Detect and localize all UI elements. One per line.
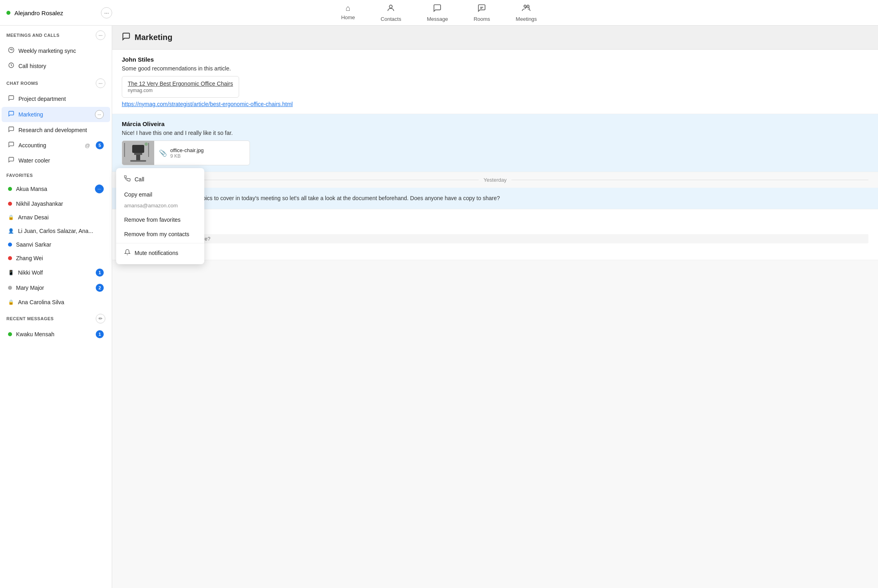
favorites-section: FAVORITES xyxy=(0,168,112,181)
sidebar-item-li-juan[interactable]: 👤 Li Juan, Carlos Salazar, Ana... xyxy=(2,225,110,237)
message-sender-marcia: Márcia Oliveira xyxy=(122,120,868,127)
marketing-label: Marketing xyxy=(18,111,91,118)
home-icon: ⌂ xyxy=(346,4,350,13)
nav-message[interactable]: Message xyxy=(422,0,453,25)
sidebar-item-ana-carolina[interactable]: 🔒 Ana Carolina Silva xyxy=(2,296,110,309)
sidebar-item-mary-major[interactable]: Mary Major 2 xyxy=(2,281,110,295)
sidebar-item-water-cooler[interactable]: Water cooler xyxy=(2,153,110,168)
marketing-action-button[interactable]: ··· xyxy=(95,110,104,119)
context-menu-divider xyxy=(116,243,204,243)
user-status-dot xyxy=(6,11,10,15)
attachment-name: office-chair.jpg xyxy=(170,147,204,153)
meetings-section-title: MEETINGS AND CALLS xyxy=(6,33,60,38)
svg-point-0 xyxy=(389,5,392,8)
svg-rect-6 xyxy=(132,145,144,153)
message-block-marcia: Márcia Oliveira Nice! I have this one an… xyxy=(112,114,878,172)
message-reply-label: In reply to message: xyxy=(122,224,868,233)
context-menu-call[interactable]: Call xyxy=(116,171,204,187)
sidebar-item-arnav[interactable]: 🔒 Arnav Desai xyxy=(2,211,110,224)
kwaku-badge: 1 xyxy=(96,330,104,338)
nav-contacts[interactable]: Contacts xyxy=(376,0,406,25)
meetings-section-menu[interactable]: ··· xyxy=(96,30,105,40)
nav-home[interactable]: ⌂ Home xyxy=(336,0,360,25)
sidebar-item-weekly-marketing-sync[interactable]: Weekly marketing sync xyxy=(2,44,110,58)
link-url[interactable]: https://nymag.com/strategist/article/bes… xyxy=(122,101,868,107)
context-menu-mute[interactable]: Mute notifications xyxy=(116,245,204,261)
user-menu-button[interactable]: ··· xyxy=(101,7,112,18)
accounting-badge: 5 xyxy=(96,141,104,149)
nikki-badge: 1 xyxy=(96,269,104,277)
nav-rooms[interactable]: Rooms xyxy=(469,0,495,25)
recent-section-title: RECENT MESSAGES xyxy=(6,316,54,321)
call-icon xyxy=(124,175,131,183)
project-dept-label: Project department xyxy=(18,96,104,102)
sidebar-item-marketing[interactable]: Marketing ··· xyxy=(2,107,110,122)
akua-menu-button[interactable]: ··· xyxy=(95,185,104,193)
attachment-clip-icon: 📎 xyxy=(159,149,167,157)
nav-meetings[interactable]: Meetings xyxy=(511,0,542,25)
sidebar-item-saanvi[interactable]: Saanvi Sarkar xyxy=(2,238,110,251)
message-block-team: Hey team! We've got plenty of topics to … xyxy=(112,188,878,209)
chatrooms-section-menu[interactable]: ··· xyxy=(96,78,105,88)
sidebar-item-kwaku[interactable]: Kwaku Mensah 1 xyxy=(2,327,110,341)
sidebar-item-call-history[interactable]: Call history xyxy=(2,59,110,73)
sidebar-item-zhang-wei[interactable]: Zhang Wei xyxy=(2,252,110,265)
sidebar-item-akua-mansa[interactable]: Akua Mansa ··· xyxy=(2,181,110,197)
arnav-status-icon: 🔒 xyxy=(8,215,14,220)
context-remove-fav-label: Remove from favorites xyxy=(124,217,181,223)
attachment-details: office-chair.jpg 9 KB xyxy=(170,147,204,159)
attachment-card[interactable]: 📎 office-chair.jpg 9 KB xyxy=(122,140,250,165)
team-message-text: Hey team! We've got plenty of topics to … xyxy=(122,194,868,203)
svg-point-1 xyxy=(524,5,526,7)
nav-message-label: Message xyxy=(427,16,448,22)
recent-section-edit[interactable]: ✏ xyxy=(96,314,105,323)
chat-room-icon xyxy=(122,32,131,43)
context-menu-remove-contacts[interactable]: Remove from my contacts xyxy=(116,227,204,241)
attachment-thumbnail xyxy=(122,141,154,165)
svg-point-12 xyxy=(145,142,148,146)
meetings-section-header: MEETINGS AND CALLS ··· xyxy=(6,30,105,40)
sidebar-item-project-department[interactable]: Project department xyxy=(2,92,110,106)
sidebar-item-nikki-wolf[interactable]: 📱 Nikki Wolf 1 xyxy=(2,265,110,280)
akua-status-dot xyxy=(8,187,12,191)
attachment-size: 9 KB xyxy=(170,153,204,159)
link-preview-john: The 12 Very Best Ergonomic Office Chairs… xyxy=(122,76,239,98)
zhang-status-dot xyxy=(8,256,12,260)
reply-quote: Does anyone have a copy to share? xyxy=(122,234,868,243)
water-cooler-label: Water cooler xyxy=(18,157,104,164)
message-sender-arnav: Arnav Desai xyxy=(122,216,868,223)
user-name: Alejandro Rosalez xyxy=(14,10,63,16)
svg-rect-11 xyxy=(148,143,149,157)
context-menu: Call Copy email amansa@amazon.com Remove… xyxy=(116,168,204,264)
sidebar-item-research[interactable]: Research and development xyxy=(2,123,110,137)
sync-icon xyxy=(8,47,14,55)
mary-badge: 2 xyxy=(96,284,104,292)
chat-icon-water-cooler xyxy=(8,157,14,165)
akua-label: Akua Mansa xyxy=(16,186,91,192)
context-menu-remove-favorites[interactable]: Remove from favorites xyxy=(116,213,204,227)
link-domain: nymag.com xyxy=(128,88,233,93)
message-text-marcia: Nice! I have this one and I really like … xyxy=(122,129,868,137)
li-juan-status-icon: 👤 xyxy=(8,228,14,234)
sidebar-item-accounting[interactable]: Accounting @ 5 xyxy=(2,138,110,153)
message-block-john: John Stiles Some good recommendations in… xyxy=(112,50,878,114)
message-text-john: Some good recommendations in this articl… xyxy=(122,64,868,73)
attachment-image xyxy=(122,141,154,165)
ana-status-icon: 🔒 xyxy=(8,299,14,305)
date-divider: Yesterday xyxy=(112,172,878,188)
nav-contacts-label: Contacts xyxy=(381,16,401,22)
svg-rect-10 xyxy=(124,143,125,157)
favorites-section-header: FAVORITES xyxy=(6,173,105,178)
nikki-label: Nikki Wolf xyxy=(18,269,92,276)
contacts-icon xyxy=(387,4,395,14)
context-menu-copy-email[interactable]: Copy email xyxy=(116,187,204,202)
recent-section-header: RECENT MESSAGES ✏ xyxy=(6,314,105,323)
kwaku-status-dot xyxy=(8,332,12,336)
nav-center: ⌂ Home Contacts Message Rooms Meetings xyxy=(336,0,542,25)
accounting-at-icon: @ xyxy=(85,142,90,149)
context-mute-label: Mute notifications xyxy=(135,250,178,256)
main-layout: MEETINGS AND CALLS ··· Weekly marketing … xyxy=(0,26,878,588)
sidebar: MEETINGS AND CALLS ··· Weekly marketing … xyxy=(0,26,112,588)
sidebar-item-nikhil[interactable]: Nikhil Jayashankar xyxy=(2,197,110,210)
research-label: Research and development xyxy=(18,127,104,133)
